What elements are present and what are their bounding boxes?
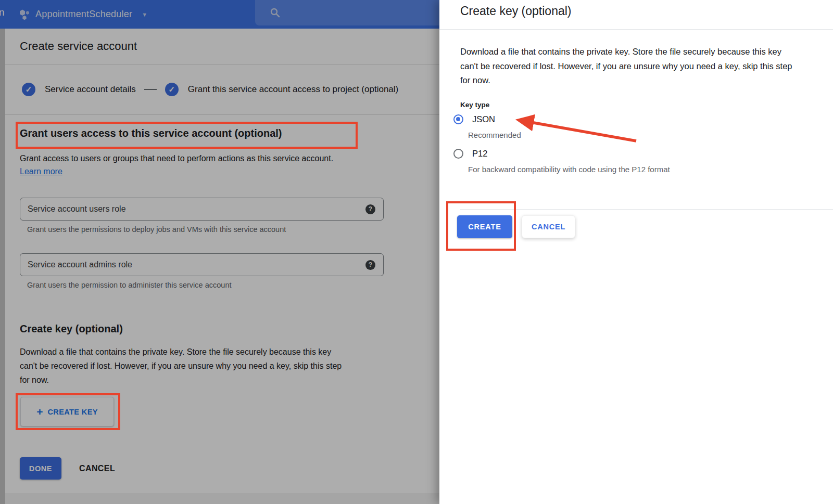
p12-option-description: For backward compatibility with code usi… — [468, 165, 670, 174]
screen: n AppointmentScheduler ▼ Create servic — [0, 0, 833, 504]
radio-option-p12[interactable]: P12 — [453, 149, 487, 159]
panel-cancel-button[interactable]: CANCEL — [522, 215, 575, 238]
create-key-panel: Create key (optional) Download a file th… — [439, 0, 833, 504]
radio-selected-icon[interactable] — [453, 114, 463, 124]
divider — [460, 209, 833, 210]
panel-description: Download a file that contains the privat… — [460, 45, 825, 88]
radio-unselected-icon[interactable] — [453, 149, 463, 159]
divider — [439, 29, 833, 30]
create-button[interactable]: CREATE — [457, 215, 512, 238]
key-type-label: Key type — [460, 101, 489, 109]
panel-title: Create key (optional) — [460, 4, 572, 18]
radio-option-json[interactable]: JSON — [453, 114, 495, 124]
json-option-description: Recommended — [468, 131, 521, 139]
